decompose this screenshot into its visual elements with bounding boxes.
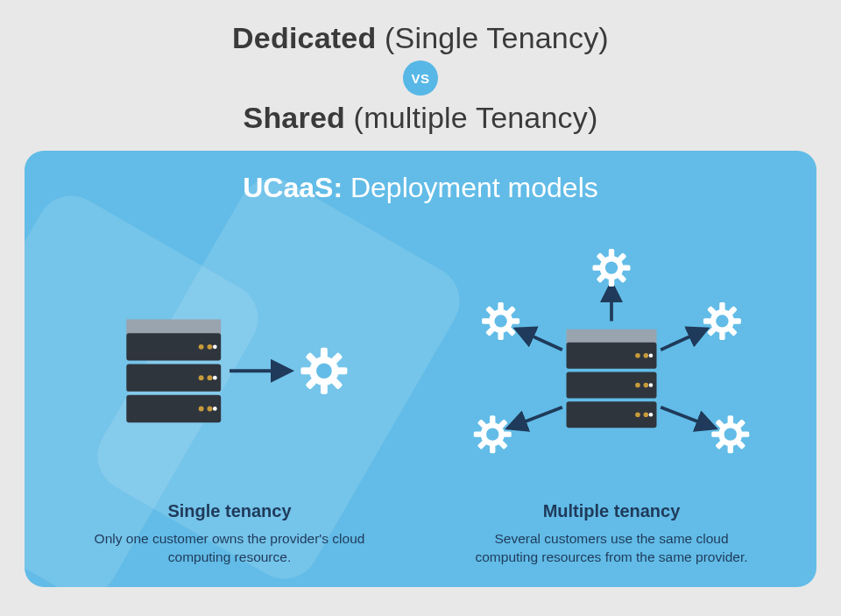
multiple-tenancy-illustration [431,218,792,498]
multiple-tenancy-desc: Several customers use the same cloud com… [467,530,756,567]
card-title-rest: Deployment models [343,172,598,203]
svg-line-24 [517,329,562,350]
svg-line-27 [661,407,714,428]
server-icon [567,329,657,428]
server-icon [126,319,221,422]
gear-icon [696,294,749,348]
single-tenancy-column: Single tenancy Only one customer owns th… [49,218,410,567]
single-tenancy-illustration [49,218,410,498]
card-title: UCaaS: Deployment models [49,172,792,204]
single-tenancy-title: Single tenancy [167,501,291,521]
header-line-2: Shared (multiple Tenancy) [25,101,816,135]
single-tenancy-svg [49,218,410,498]
gear-icon [466,407,519,461]
vs-badge: VS [403,60,438,96]
header-line-1: Dedicated (Single Tenancy) [25,21,816,55]
deployment-card: UCaaS: Deployment models [25,151,816,587]
gear-icon [291,338,357,404]
multiple-tenancy-title: Multiple tenancy [543,501,681,521]
header-line1-bold: Dedicated [232,21,376,54]
svg-line-26 [509,407,562,428]
page-header: Dedicated (Single Tenancy) VS Shared (mu… [25,21,816,135]
multiple-tenancy-svg [431,218,792,498]
single-tenancy-desc: Only one customer owns the provider's cl… [85,530,374,567]
header-line1-rest: (Single Tenancy) [376,21,608,54]
multiple-tenancy-column: Multiple tenancy Several customers use t… [431,218,792,567]
header-line2-bold: Shared [244,101,345,134]
gear-icon [474,294,527,348]
gear-icon [703,407,757,461]
header-line2-rest: (multiple Tenancy) [345,101,598,134]
gear-icon [585,241,639,294]
card-title-bold: UCaaS: [243,172,343,203]
svg-line-25 [661,329,706,350]
